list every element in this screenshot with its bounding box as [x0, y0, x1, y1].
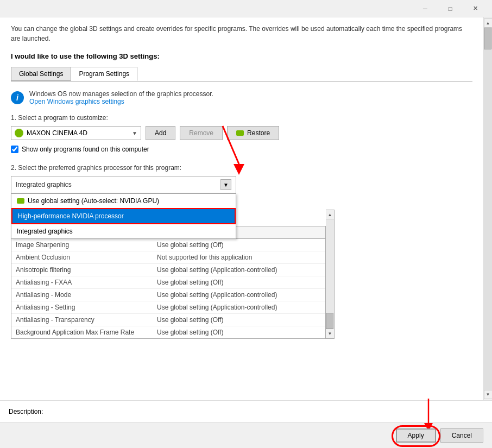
feature-cell: Anisotropic filtering: [16, 266, 157, 274]
gpu-dropdown-arrow-icon[interactable]: ▼: [220, 179, 231, 190]
main-content: You can change the global 3D settings an…: [0, 17, 492, 448]
program-row: MAXON CINEMA 4D ▼ Add Remove Restore: [11, 126, 472, 140]
inner-content: You can change the global 3D settings an…: [0, 17, 483, 345]
restore-button[interactable]: Restore: [227, 126, 279, 140]
nvidia-small-icon: [17, 198, 24, 204]
description-bar: Description:: [0, 400, 492, 422]
program-icon: [15, 129, 23, 137]
table-row: Anisotropic filtering Use global setting…: [11, 264, 325, 276]
table-scroll-down-icon[interactable]: ▼: [326, 329, 334, 338]
show-programs-label: Show only programs found on this compute…: [22, 146, 149, 153]
scroll-up-icon[interactable]: ▲: [484, 18, 493, 28]
tab-program-settings[interactable]: Program Settings: [71, 67, 137, 81]
table-scroll-track: [326, 219, 334, 329]
setting-cell: Use global setting (Application-controll…: [157, 291, 321, 299]
minimize-button[interactable]: ─: [413, 0, 438, 17]
gpu-dropdown[interactable]: Integrated graphics ▼: [11, 176, 236, 193]
gpu-dropdown-menu: Use global setting (Auto-select: NVIDIA …: [11, 193, 236, 239]
show-programs-checkbox[interactable]: [11, 146, 18, 153]
setting-cell: Use global setting (Off): [157, 279, 321, 286]
dropdown-item-auto-label: Use global setting (Auto-select: NVIDIA …: [28, 197, 159, 205]
table-scroll-up-icon[interactable]: ▲: [326, 210, 334, 219]
info-text: Windows OS now manages selection of the …: [29, 90, 213, 105]
feature-cell: Antialiasing - Mode: [16, 291, 157, 299]
main-scrollbar[interactable]: ▲ ▼: [483, 17, 492, 400]
selected-program-text: MAXON CINEMA 4D: [27, 129, 132, 137]
tab-global-settings[interactable]: Global Settings: [11, 67, 71, 81]
restore-label: Restore: [247, 129, 270, 137]
maximize-button[interactable]: □: [438, 0, 463, 17]
info-message: Windows OS now manages selection of the …: [29, 90, 213, 98]
dropdown-item-high-perf[interactable]: High-performance NVIDIA processor: [11, 208, 236, 224]
setting-cell: Use global setting (Application-controll…: [157, 266, 321, 274]
setting-cell: Not supported for this application: [157, 254, 321, 261]
feature-cell: Image Sharpening: [16, 241, 157, 249]
description-label: Description:: [9, 408, 43, 415]
feature-cell: Antialiasing - FXAA: [16, 279, 157, 286]
feature-cell: Antialiasing - Setting: [16, 304, 157, 311]
description-text: You can change the global 3D settings an…: [11, 24, 472, 43]
cancel-button[interactable]: Cancel: [440, 428, 483, 443]
content-area: You can change the global 3D settings an…: [0, 17, 492, 400]
program-select-dropdown[interactable]: MAXON CINEMA 4D ▼: [11, 126, 141, 140]
dropdown-item-integrated[interactable]: Integrated graphics: [11, 224, 236, 238]
feature-cell: Ambient Occlusion: [16, 254, 157, 261]
info-box: i Windows OS now manages selection of th…: [11, 90, 472, 105]
feature-cell: Antialiasing - Transparency: [16, 316, 157, 324]
setting-cell: Use global setting (Off): [157, 241, 321, 249]
step2-section: 2. Select the preferred graphics process…: [11, 164, 472, 339]
table-row: Image Sharpening Use global setting (Off…: [11, 239, 325, 251]
scroll-track: [484, 28, 492, 390]
tabs-container: Global Settings Program Settings: [11, 67, 472, 81]
setting-cell: Use global setting (Application-controll…: [157, 304, 321, 311]
apply-button[interactable]: Apply: [396, 428, 436, 443]
setting-cell: Use global setting (Off): [157, 329, 321, 336]
gpu-dropdown-text: Integrated graphics: [16, 181, 72, 188]
info-icon: i: [11, 91, 24, 104]
windows-graphics-settings-link[interactable]: Open Windows graphics settings: [29, 98, 124, 105]
feature-table: Feature Setting Image Sharpening Use glo…: [11, 226, 326, 339]
table-scrollbar[interactable]: ▲ ▼: [326, 210, 335, 339]
title-bar: ─ □ ✕: [0, 0, 492, 17]
dropdown-item-integrated-label: Integrated graphics: [17, 228, 73, 235]
nvidia-icon: [236, 130, 244, 136]
table-row: Background Application Max Frame Rate Us…: [11, 326, 325, 338]
scroll-thumb[interactable]: [484, 28, 491, 49]
scroll-area: You can change the global 3D settings an…: [0, 17, 483, 400]
table-scroll-thumb[interactable]: [326, 313, 333, 329]
section-heading: I would like to use the following 3D set…: [11, 52, 472, 60]
program-dropdown-arrow-icon: ▼: [132, 130, 137, 136]
add-button[interactable]: Add: [146, 126, 175, 140]
close-button[interactable]: ✕: [463, 0, 488, 17]
table-row: Antialiasing - Transparency Use global s…: [11, 314, 325, 326]
scroll-down-icon[interactable]: ▼: [484, 390, 493, 399]
remove-button[interactable]: Remove: [180, 126, 223, 140]
footer-buttons: Apply Cancel: [0, 422, 492, 448]
step2-label: 2. Select the preferred graphics process…: [11, 164, 472, 172]
setting-cell: Use global setting (Off): [157, 316, 321, 324]
dropdown-item-high-perf-label: High-performance NVIDIA processor: [18, 212, 124, 220]
feature-cell: Background Application Max Frame Rate: [16, 329, 157, 336]
table-row: Ambient Occlusion Not supported for this…: [11, 251, 325, 264]
table-row: Antialiasing - Mode Use global setting (…: [11, 289, 325, 301]
dropdown-item-auto[interactable]: Use global setting (Auto-select: NVIDIA …: [11, 194, 236, 208]
gpu-dropdown-container: Integrated graphics ▼ Use global setting…: [11, 176, 472, 193]
apply-button-container: Apply: [396, 428, 436, 443]
table-row: Antialiasing - FXAA Use global setting (…: [11, 276, 325, 289]
step1-label: 1. Select a program to customize:: [11, 114, 472, 122]
table-row: Antialiasing - Setting Use global settin…: [11, 301, 325, 314]
checkbox-row: Show only programs found on this compute…: [11, 146, 472, 153]
